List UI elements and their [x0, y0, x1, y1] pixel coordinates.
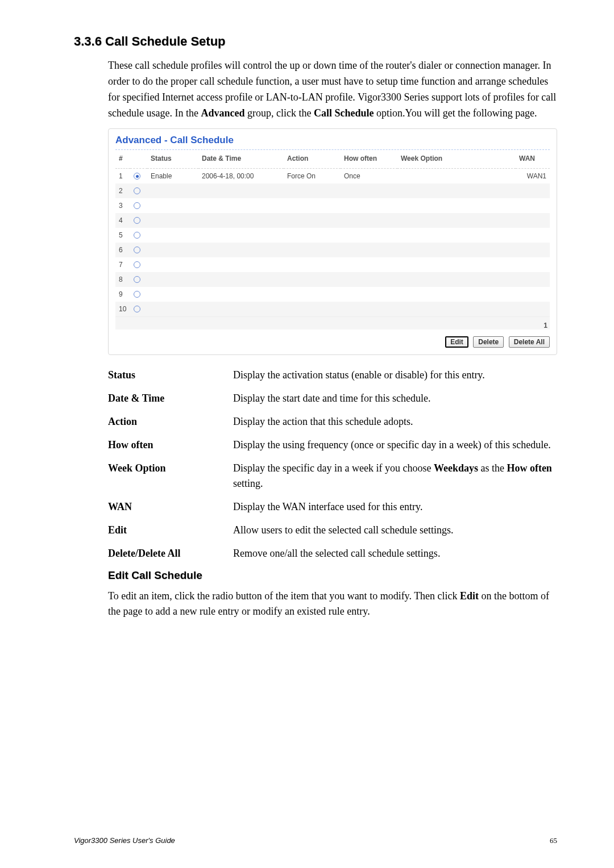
def-desc: Display the activation status (enable or… — [233, 368, 557, 383]
def-desc: Display the WAN interface used for this … — [233, 499, 557, 515]
wo-d: How often — [507, 462, 552, 474]
def-wan: WAN Display the WAN interface used for t… — [108, 499, 557, 515]
def-datetime: Date & Time Display the start date and t… — [108, 391, 557, 406]
cell-num: 7 — [115, 257, 130, 272]
edit-b: Edit — [460, 590, 479, 602]
cell-num: 2 — [115, 183, 130, 198]
radio-icon[interactable] — [134, 187, 140, 194]
radio-icon[interactable] — [134, 232, 140, 239]
col-weekoption: Week Option — [397, 150, 516, 169]
def-term: Delete/Delete All — [108, 546, 233, 561]
intro-text-e: option.You will get the following page. — [374, 107, 537, 119]
schedule-table: # Status Date & Time Action How often We… — [115, 150, 550, 316]
cell-num: 10 — [115, 302, 130, 316]
radio-icon[interactable] — [134, 261, 140, 268]
def-term: How often — [108, 437, 233, 453]
cell-num: 6 — [115, 243, 130, 257]
def-term: Action — [108, 414, 233, 429]
intro-paragraph: These call schedule profiles will contro… — [108, 58, 557, 122]
cell-radio[interactable] — [130, 183, 147, 198]
def-edit: Edit Allow users to edit the selected ca… — [108, 523, 557, 538]
cell-datetime: 2006-4-18, 00:00 — [198, 168, 284, 183]
def-term: Week Option — [108, 461, 233, 491]
radio-icon[interactable] — [134, 247, 140, 253]
col-wan: WAN — [516, 150, 550, 169]
intro-bold-callschedule: Call Schedule — [314, 107, 374, 119]
def-desc: Display the specific day in a week if yo… — [233, 461, 557, 491]
table-header-row: # Status Date & Time Action How often We… — [115, 150, 550, 169]
screenshot-title: Advanced - Call Schedule — [115, 135, 550, 150]
cell-wan: WAN1 — [516, 168, 550, 183]
cell-radio[interactable] — [130, 272, 147, 287]
page-footer: Vigor3300 Series User's Guide 65 — [74, 836, 557, 845]
col-radio — [130, 150, 147, 169]
intro-bold-advanced: Advanced — [201, 107, 244, 119]
def-desc: Display the start date and time for this… — [233, 391, 557, 406]
def-status: Status Display the activation status (en… — [108, 368, 557, 383]
table-row: 2 — [115, 183, 550, 198]
table-row: 3 — [115, 198, 550, 213]
cell-radio[interactable] — [130, 287, 147, 302]
delete-button[interactable]: Delete — [473, 336, 504, 348]
call-schedule-screenshot: Advanced - Call Schedule # Status Date &… — [108, 128, 557, 355]
edit-a: To edit an item, click the radio button … — [108, 590, 460, 602]
footer-left: Vigor3300 Series User's Guide — [74, 836, 175, 845]
cell-radio[interactable] — [130, 168, 147, 183]
cell-num: 8 — [115, 272, 130, 287]
sub-heading-edit: Edit Call Schedule — [108, 569, 557, 582]
table-row: 10 — [115, 302, 550, 316]
table-row: 7 — [115, 257, 550, 272]
col-action: Action — [284, 150, 341, 169]
table-row: 1 Enable 2006-4-18, 00:00 Force On Once … — [115, 168, 550, 183]
radio-icon[interactable] — [134, 291, 140, 298]
wo-e: setting. — [233, 478, 263, 489]
col-datetime: Date & Time — [198, 150, 284, 169]
cell-action: Force On — [284, 168, 341, 183]
cell-radio[interactable] — [130, 302, 147, 316]
cell-radio[interactable] — [130, 228, 147, 243]
edit-paragraph: To edit an item, click the radio button … — [108, 589, 557, 620]
cell-num: 1 — [115, 168, 130, 183]
table-row: 8 — [115, 272, 550, 287]
page-number: 65 — [550, 836, 557, 845]
cell-num: 9 — [115, 287, 130, 302]
def-desc: Remove one/all the selected call schedul… — [233, 546, 557, 561]
def-desc: Display the action that this schedule ad… — [233, 414, 557, 429]
intro-text-c: group, click the — [244, 107, 313, 119]
def-term: Edit — [108, 523, 233, 538]
delete-all-button[interactable]: Delete All — [509, 336, 550, 348]
radio-icon[interactable] — [134, 276, 140, 283]
table-row: 6 — [115, 243, 550, 257]
def-term: WAN — [108, 499, 233, 515]
def-action: Action Display the action that this sche… — [108, 414, 557, 429]
cell-num: 4 — [115, 213, 130, 228]
cell-radio[interactable] — [130, 257, 147, 272]
def-howoften: How often Display the using frequency (o… — [108, 437, 557, 453]
radio-selected-icon[interactable] — [134, 173, 140, 180]
def-term: Status — [108, 368, 233, 383]
col-howoften: How often — [341, 150, 397, 169]
button-row: Edit Delete Delete All — [115, 329, 550, 348]
radio-icon[interactable] — [134, 202, 140, 209]
def-deleteall: Delete/Delete All Remove one/all the sel… — [108, 546, 557, 561]
table-row: 5 — [115, 228, 550, 243]
cell-status: Enable — [147, 168, 198, 183]
radio-icon[interactable] — [134, 217, 140, 224]
edit-button[interactable]: Edit — [445, 336, 468, 348]
def-weekoption: Week Option Display the specific day in … — [108, 461, 557, 491]
cell-howoften: Once — [341, 168, 397, 183]
pager[interactable]: 1 — [115, 316, 550, 329]
cell-radio[interactable] — [130, 198, 147, 213]
wo-c: as the — [478, 462, 507, 474]
def-desc: Display the using frequency (once or spe… — [233, 437, 557, 453]
table-row: 4 — [115, 213, 550, 228]
wo-a: Display the specific day in a week if yo… — [233, 462, 434, 474]
cell-weekoption — [397, 168, 516, 183]
section-heading: 3.3.6 Call Schedule Setup — [74, 34, 557, 49]
col-num: # — [115, 150, 130, 169]
cell-radio[interactable] — [130, 243, 147, 257]
cell-radio[interactable] — [130, 213, 147, 228]
radio-icon[interactable] — [134, 306, 140, 312]
wo-b: Weekdays — [434, 462, 478, 474]
cell-num: 3 — [115, 198, 130, 213]
